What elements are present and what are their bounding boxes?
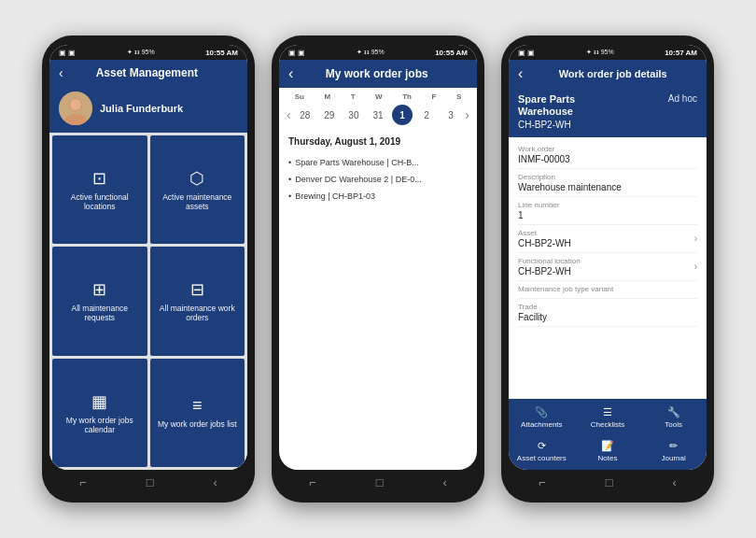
tab-tools[interactable]: 🔧 Tools: [640, 403, 707, 432]
tile-work-order-list[interactable]: ≡ My work order jobs list: [150, 359, 245, 467]
tab-label-attachments: Attachments: [521, 420, 562, 429]
tab-label-journal: Journal: [662, 454, 686, 462]
calendar-day-labels: Su M T W Th F S: [279, 88, 477, 103]
menu-grid: ⊡ Active functional locations ⬡ Active m…: [49, 133, 247, 470]
day-t: T: [351, 92, 356, 101]
date-29[interactable]: 29: [319, 110, 340, 120]
asset-counters-icon: ⟳: [538, 440, 546, 452]
adhoc-label: Ad hoc: [668, 93, 697, 104]
time-3: 10:57 AM: [665, 49, 697, 57]
tab-checklists[interactable]: ☰ Checklists: [575, 403, 641, 432]
app-header-1: ‹ Asset Management: [49, 60, 247, 86]
nav-back-2[interactable]: ‹: [443, 475, 447, 489]
day-f: F: [431, 92, 436, 101]
nav-recent-1[interactable]: ⌐: [79, 475, 87, 489]
field-trade: Trade Facility: [518, 299, 697, 327]
tile-work-order-cal[interactable]: ▦ My work order jobs calendar: [52, 359, 147, 467]
tile-all-maint-req[interactable]: ⊞ All maintenance requests: [52, 247, 147, 355]
tile-label-maint-assets: Active maintenance assets: [156, 192, 240, 211]
nav-home-2[interactable]: □: [376, 475, 384, 489]
signal-icons-1: ✦ ᵻᵻ 95%: [127, 49, 155, 56]
tile-label-maint-wo: All maintenance work orders: [156, 304, 240, 322]
value-func-location: CH-BP2-WH: [518, 266, 581, 276]
cal-prev-button[interactable]: ‹: [287, 107, 291, 122]
detail-tabs-row1: 📎 Attachments ☰ Checklists 🔧 Tools: [509, 399, 707, 434]
label-description: Description: [518, 173, 697, 181]
cal-next-button[interactable]: ›: [465, 107, 469, 122]
detail-header: ‹ Work order job details: [509, 60, 707, 88]
nav-recent-3[interactable]: ⌐: [539, 475, 546, 489]
back-button-3[interactable]: ‹: [518, 65, 523, 82]
nav-back-1[interactable]: ‹: [214, 475, 217, 489]
tab-notes[interactable]: 📝 Notes: [575, 436, 641, 466]
label-line-number: Line number: [518, 201, 697, 209]
tile-active-func-loc[interactable]: ⊡ Active functional locations: [52, 135, 147, 244]
app-title-1: Asset Management: [69, 66, 238, 79]
detail-subtitle: Spare Parts Warehouse CH-BP2-WH Ad hoc: [509, 88, 707, 137]
value-trade: Facility: [518, 312, 697, 322]
nav-home-1[interactable]: □: [147, 475, 154, 489]
time-1: 10:55 AM: [205, 49, 238, 57]
phone-nav-3: ⌐ □ ‹: [509, 470, 707, 493]
tab-asset-counters[interactable]: ⟳ Asset counters: [509, 436, 575, 466]
nav-recent-2[interactable]: ⌐: [309, 475, 316, 489]
date-31[interactable]: 31: [368, 110, 388, 120]
nav-home-3[interactable]: □: [606, 475, 613, 489]
date-1[interactable]: 1: [392, 105, 413, 125]
tile-icon-maint-wo: ⊟: [190, 279, 204, 300]
date-3[interactable]: 3: [441, 110, 461, 120]
checklists-icon: ☰: [603, 406, 612, 418]
tile-active-maint-assets[interactable]: ⬡ Active maintenance assets: [150, 135, 245, 244]
arrow-func-location: ›: [694, 262, 697, 272]
tile-icon-work-order-cal: ▦: [91, 391, 107, 412]
event-3[interactable]: Brewing | CH-BP1-03: [288, 188, 468, 205]
location-code: CH-BP2-WH: [518, 120, 611, 130]
day-th: Th: [402, 92, 412, 101]
calendar-header: ‹ My work order jobs: [279, 60, 477, 88]
status-icons-2: ▣ ▣: [288, 49, 305, 57]
tab-attachments[interactable]: 📎 Attachments: [509, 403, 575, 432]
day-s: S: [456, 92, 461, 101]
label-maint-job-type: Maintenance job type variant: [518, 285, 697, 293]
tab-journal[interactable]: ✏ Journal: [640, 436, 707, 466]
back-button-1[interactable]: ‹: [59, 65, 63, 80]
phone-nav-2: ⌐ □ ‹: [279, 470, 477, 493]
phones-container: ▣ ▣ ✦ ᵻᵻ 95% 10:55 AM ‹ Asset Management: [42, 35, 714, 503]
avatar: [59, 92, 92, 125]
profile-name: Julia Funderburk: [100, 103, 183, 114]
label-asset: Asset: [518, 229, 571, 237]
event-1[interactable]: Spare Parts Warehouse | CH-B...: [288, 154, 468, 171]
day-su: Su: [295, 92, 304, 101]
calendar-events: Spare Parts Warehouse | CH-B... Denver D…: [279, 150, 477, 470]
calendar-title: My work order jobs: [299, 67, 468, 80]
detail-tabs-row2: ⟳ Asset counters 📝 Notes ✏ Journal: [509, 434, 707, 470]
tab-label-asset-counters: Asset counters: [517, 454, 567, 462]
field-asset[interactable]: Asset CH-BP2-WH ›: [518, 225, 697, 253]
profile-section: Julia Funderburk: [49, 86, 247, 133]
tab-label-tools: Tools: [665, 420, 682, 429]
tile-label-work-order-cal: My work order jobs calendar: [58, 416, 142, 434]
tile-icon-work-order-list: ≡: [192, 396, 203, 416]
phone-nav-1: ⌐ □ ‹: [49, 470, 247, 493]
label-trade: Trade: [518, 303, 697, 311]
date-2[interactable]: 2: [416, 110, 437, 120]
event-2[interactable]: Denver DC Warehouse 2 | DE-0...: [288, 171, 468, 188]
detail-title: Work order job details: [528, 68, 697, 79]
nav-back-3[interactable]: ‹: [673, 475, 677, 489]
phone-2-screen: ▣ ▣ ✦ ᵻᵻ 95% 10:55 AM ‹ My work order jo…: [279, 45, 477, 470]
date-30[interactable]: 30: [343, 110, 364, 120]
tab-label-notes: Notes: [598, 454, 618, 462]
field-func-location[interactable]: Functional location CH-BP2-WH ›: [518, 253, 697, 281]
phone-1: ▣ ▣ ✦ ᵻᵻ 95% 10:55 AM ‹ Asset Management: [42, 35, 255, 503]
tile-label-func-loc: Active functional locations: [58, 192, 142, 211]
label-func-location: Functional location: [518, 257, 581, 265]
value-work-order: INMF-00003: [518, 154, 697, 164]
date-28[interactable]: 28: [295, 110, 315, 120]
tile-all-maint-wo[interactable]: ⊟ All maintenance work orders: [150, 247, 245, 355]
back-button-2[interactable]: ‹: [288, 65, 293, 82]
calendar-dates-row: ‹ 28 29 30 31 1 2 3 ›: [279, 103, 477, 131]
signal-icons-2: ✦ ᵻᵻ 95%: [357, 49, 385, 56]
day-w: W: [375, 92, 383, 101]
field-work-order: Work order INMF-00003: [518, 141, 697, 169]
tile-label-maint-req: All maintenance requests: [58, 304, 142, 322]
